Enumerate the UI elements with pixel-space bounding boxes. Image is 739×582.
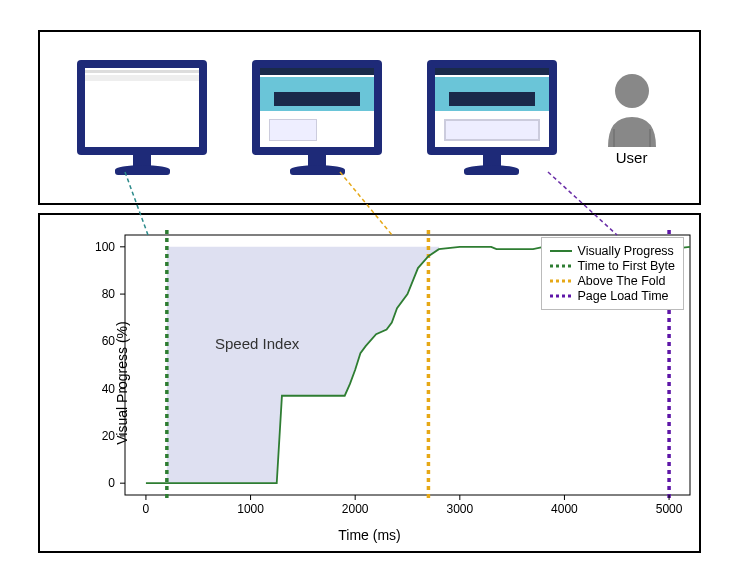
speed-index-annotation: Speed Index (215, 335, 299, 352)
monitors-panel: User (38, 30, 701, 205)
svg-text:2000: 2000 (342, 502, 369, 516)
svg-text:3000: 3000 (446, 502, 473, 516)
svg-text:4000: 4000 (551, 502, 578, 516)
x-axis-label: Time (ms) (338, 527, 400, 543)
svg-text:60: 60 (102, 334, 116, 348)
svg-text:40: 40 (102, 382, 116, 396)
legend-label: Time to First Byte (578, 259, 675, 273)
svg-text:100: 100 (95, 240, 115, 254)
svg-text:0: 0 (108, 476, 115, 490)
svg-text:0: 0 (143, 502, 150, 516)
legend: Visually Progress Time to First Byte Abo… (541, 237, 684, 310)
legend-item: Page Load Time (550, 289, 675, 303)
svg-text:80: 80 (102, 287, 116, 301)
svg-point-0 (615, 74, 649, 108)
legend-label: Page Load Time (578, 289, 669, 303)
legend-label: Visually Progress (578, 244, 674, 258)
legend-item: Time to First Byte (550, 259, 675, 273)
legend-item: Visually Progress (550, 244, 675, 258)
legend-label: Above The Fold (578, 274, 666, 288)
chart-panel: Visual Progress (%) Time (ms) Visually P… (38, 213, 701, 553)
monitor-blank (77, 60, 207, 175)
svg-text:5000: 5000 (656, 502, 683, 516)
legend-item: Above The Fold (550, 274, 675, 288)
svg-text:1000: 1000 (237, 502, 264, 516)
user-label: User (616, 149, 648, 166)
svg-marker-8 (167, 247, 439, 483)
monitor-full (427, 60, 557, 175)
monitor-partial (252, 60, 382, 175)
svg-text:20: 20 (102, 429, 116, 443)
user-icon: User (602, 69, 662, 166)
